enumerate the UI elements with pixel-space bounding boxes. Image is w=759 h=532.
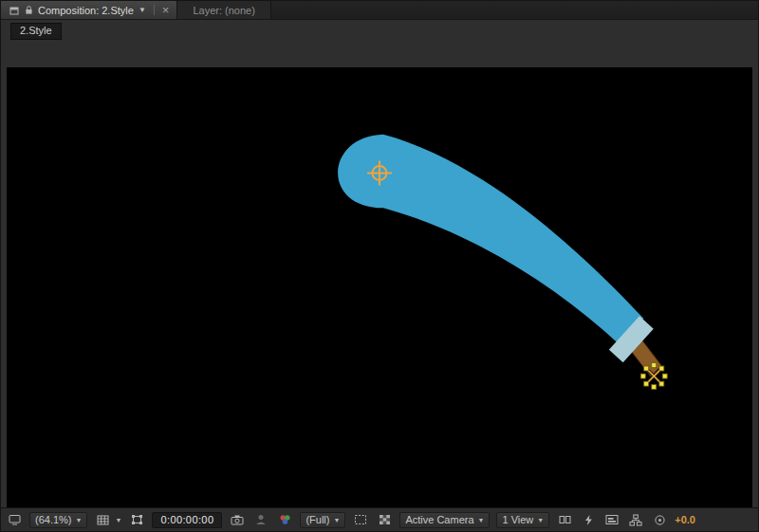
comp-navigator-breadcrumb[interactable]: 2.Style [10,23,62,40]
selection-handle-n[interactable] [652,363,657,368]
panel-tab-bar: Composition: 2.Style ▼ × Layer: (none) [1,1,758,20]
selection-handle-w[interactable] [640,374,645,378]
close-tab-icon[interactable]: × [162,4,170,16]
current-time-field[interactable]: 0:00:00:00 [152,512,222,528]
tab-bar-empty-space [271,1,758,19]
scene-background [7,67,752,508]
selection-handle-s[interactable] [652,385,657,390]
chevron-down-icon: ▼ [478,517,485,523]
view-layout-dropdown[interactable]: 1 View ▼ [496,512,549,528]
transparency-grid-icon[interactable] [376,512,393,527]
selection-handle-sw[interactable] [644,381,649,386]
viewer-options-bar: (64.1%) ▼ ▼ 0:00:00:00 (Fu [1,507,758,531]
resolution-dropdown[interactable]: (Full) ▼ [300,512,345,528]
snapshot-camera-icon[interactable] [229,512,246,527]
scene-svg [7,67,752,508]
tab-layer-label: Layer: (none) [193,5,254,16]
tab-menu-caret-icon[interactable]: ▼ [139,7,146,14]
chevron-down-icon: ▼ [76,517,83,523]
lock-icon[interactable] [24,3,33,18]
grid-and-guides-button[interactable]: ▼ [94,512,121,527]
magnification-value: (64.1%) [35,514,72,525]
chevron-down-icon: ▼ [537,517,544,523]
tab-separator [154,5,155,15]
tab-composition[interactable]: Composition: 2.Style ▼ × [1,1,177,19]
tab-layer[interactable]: Layer: (none) [177,1,270,19]
selection-handle-se[interactable] [659,381,664,386]
panel-grip-icon [9,3,19,18]
fast-previews-icon[interactable] [580,512,597,527]
show-channels-icon[interactable] [276,512,293,527]
exposure-value[interactable]: +0.0 [675,514,695,525]
timeline-panel-icon[interactable] [603,512,620,527]
chevron-down-icon: ▼ [115,517,121,523]
after-effects-composition-panel: Composition: 2.Style ▼ × Layer: (none) 2… [0,0,759,532]
resolution-value: (Full) [305,514,329,525]
grid-icon [94,512,111,527]
chevron-down-icon: ▼ [333,517,340,523]
3d-view-dropdown[interactable]: Active Camera ▼ [399,512,490,528]
selection-handle-nw[interactable] [644,366,649,371]
selection-handle-ne[interactable] [659,366,664,371]
magnification-dropdown[interactable]: (64.1%) ▼ [29,512,87,528]
comp-flowchart-icon[interactable] [627,512,644,527]
region-of-interest-icon[interactable] [352,512,369,527]
composition-viewport[interactable] [7,67,752,508]
always-preview-icon[interactable] [6,512,23,527]
3d-view-value: Active Camera [405,514,473,525]
pixel-aspect-correction-icon[interactable] [556,512,573,527]
mask-visibility-icon[interactable] [128,512,145,527]
reset-exposure-icon[interactable] [651,512,668,527]
tab-composition-label: Composition: 2.Style [38,5,134,16]
selection-handle-e[interactable] [662,374,667,378]
view-layout-value: 1 View [502,514,533,525]
selection-handles[interactable] [640,363,667,390]
show-snapshot-icon[interactable] [252,512,269,527]
